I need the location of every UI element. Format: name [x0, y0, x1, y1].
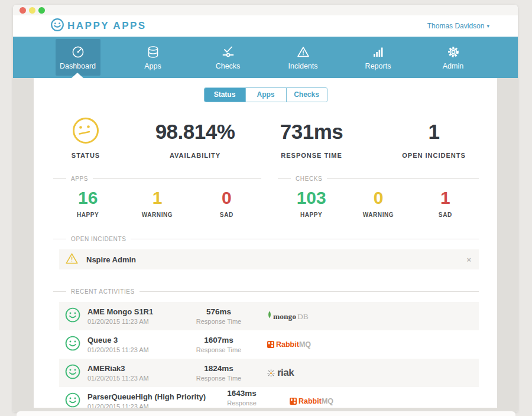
recent-activities-section-title: RECENT ACTIVITIES [71, 288, 135, 295]
minimize-window-button[interactable] [29, 7, 35, 14]
checks-sad-label: SAD [439, 212, 452, 218]
mongodb-logo: mongoDB [267, 311, 309, 321]
apps-happy-value: 16 [78, 188, 98, 208]
user-name: Thomas Davidson [427, 22, 485, 30]
activity-timestamp: 01/20/2015 11:23 AM [87, 318, 177, 325]
response-time-caption: Response Time [177, 375, 260, 382]
close-icon[interactable]: × [466, 256, 471, 264]
activity-row[interactable]: ParserQueueHigh (High Priority) 01/20/20… [59, 387, 479, 408]
activity-name: AMERiak3 [87, 364, 177, 373]
apps-happy-stat: 16 HAPPY [53, 188, 122, 218]
checks-sad-stat: 1 SAD [412, 188, 479, 218]
section-divider [140, 291, 479, 292]
dashboard-card: Status Apps Checks [34, 78, 497, 408]
activity-name: Queue 3 [87, 336, 177, 344]
checks-section: CHECKS 103 HAPPY 0 WARNING 1 [278, 176, 479, 218]
status-label: STATUS [72, 152, 100, 159]
apps-sad-label: SAD [220, 212, 233, 218]
activity-timestamp: 01/20/2015 11:23 AM [87, 346, 177, 353]
happy-face-icon [65, 307, 80, 325]
smiley-logo-icon [50, 18, 64, 34]
availability-value: 98.814% [155, 120, 235, 144]
nav-label: Dashboard [60, 62, 96, 70]
activity-response-time: 576ms [177, 307, 260, 316]
nav-item-dashboard[interactable]: Dashboard [40, 37, 115, 78]
availability-label: AVAILABILITY [170, 152, 220, 159]
checks-section-title: CHECKS [296, 176, 322, 182]
activity-row[interactable]: AME Mongo S1R1 01/20/2015 11:23 AM 576ms… [59, 302, 479, 330]
checks-sad-value: 1 [440, 188, 450, 208]
apps-happy-label: HAPPY [77, 212, 99, 218]
open-incidents-section-header: OPEN INCIDENTS [53, 236, 479, 242]
open-incidents-summary: 1 OPEN INCIDENTS [371, 115, 497, 159]
checks-happy-value: 103 [297, 188, 326, 208]
activity-response-time: 1824ms [177, 364, 260, 373]
riak-starburst-icon [267, 369, 275, 377]
open-incidents-label: OPEN INCIDENTS [402, 152, 466, 159]
response-time-caption: Response Time [177, 318, 260, 325]
nav-item-incidents[interactable]: Incidents [265, 37, 340, 78]
user-menu[interactable]: Thomas Davidson ▾ [427, 22, 489, 30]
apps-warning-stat: 1 WARNING [122, 188, 192, 218]
response-time-value: 731ms [280, 120, 343, 144]
happy-face-icon [65, 364, 80, 382]
tab-apps[interactable]: Apps [245, 88, 286, 102]
incident-name: Nspire Admin [86, 255, 136, 264]
database-icon [146, 45, 160, 59]
checks-warning-value: 0 [374, 188, 384, 208]
zoom-window-button[interactable] [38, 7, 45, 14]
rabbitmq-mark-icon [267, 341, 274, 348]
section-divider [131, 239, 479, 239]
logo-text: HAPPY APPS [67, 20, 147, 32]
nav-item-admin[interactable]: Admin [416, 37, 491, 78]
activity-response-time: 1607ms [177, 336, 260, 344]
close-window-button[interactable] [20, 7, 26, 14]
nav-item-reports[interactable]: Reports [340, 37, 416, 78]
rabbitmq-mark-icon [290, 398, 297, 405]
apps-warning-label: WARNING [142, 212, 173, 218]
checks-warning-label: WARNING [363, 212, 394, 218]
tab-checks[interactable]: Checks [286, 88, 327, 102]
check-slider-icon [221, 45, 235, 59]
apps-section: APPS 16 HAPPY 1 WARNING 0 [53, 176, 261, 218]
happy-apps-logo[interactable]: HAPPY APPS [50, 18, 147, 34]
nav-item-checks[interactable]: Checks [190, 37, 265, 78]
neutral-face-icon [72, 116, 100, 147]
summary-row: STATUS 98.814% AVAILABILITY 731ms RESPON… [34, 115, 497, 159]
bar-chart-icon [371, 45, 385, 59]
window-titlebar [13, 5, 518, 15]
apps-sad-stat: 0 SAD [192, 188, 261, 218]
gauge-icon [71, 45, 85, 59]
activity-timestamp: 01/20/2015 11:23 AM [87, 403, 223, 408]
availability-summary: 98.814% AVAILABILITY [138, 115, 252, 159]
apps-section-title: APPS [71, 176, 88, 182]
tab-status[interactable]: Status [205, 88, 245, 102]
section-divider [53, 178, 66, 179]
checks-happy-label: HAPPY [300, 212, 322, 218]
response-time-label: RESPONSE TIME [281, 152, 342, 159]
happy-face-icon [65, 336, 80, 353]
section-divider [93, 178, 261, 179]
nav-label: Apps [144, 62, 161, 70]
chevron-down-icon: ▾ [486, 23, 489, 29]
nav-item-apps[interactable]: Apps [115, 37, 190, 78]
activity-row[interactable]: Queue 3 01/20/2015 11:23 AM 1607ms Respo… [59, 330, 479, 359]
apps-sad-value: 0 [222, 188, 232, 208]
section-divider [278, 178, 291, 179]
apps-warning-value: 1 [153, 188, 163, 208]
incident-row[interactable]: Nspire Admin × [59, 249, 479, 269]
warning-triangle-icon [66, 253, 78, 266]
riak-logo: riak [267, 367, 294, 379]
warning-triangle-icon [296, 45, 310, 59]
checks-happy-stat: 103 HAPPY [278, 188, 345, 218]
app-header: HAPPY APPS Thomas Davidson ▾ [13, 15, 518, 37]
activity-row[interactable]: AMERiak3 01/20/2015 11:23 AM 1824ms Resp… [59, 359, 479, 387]
open-incidents-section-title: OPEN INCIDENTS [71, 236, 126, 242]
response-time-caption: Response Time [223, 399, 260, 408]
mongodb-leaf-icon [267, 311, 272, 319]
app-window: HAPPY APPS Thomas Davidson ▾ Dashboard [13, 5, 518, 412]
stacked-page-edge [17, 411, 515, 416]
nav-label: Checks [216, 62, 241, 70]
activity-name: ParserQueueHigh (High Priority) [87, 392, 223, 401]
section-divider [53, 239, 66, 239]
